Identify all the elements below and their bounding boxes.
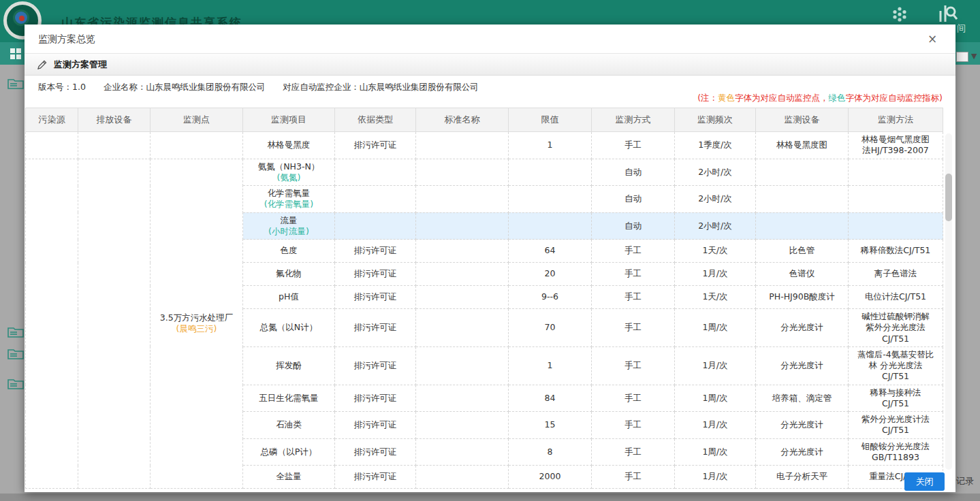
column-header: 监测频次 — [675, 108, 756, 132]
cell-freq: 1季度/次 — [675, 132, 756, 159]
cell-mode: 自动 — [592, 186, 675, 213]
cell-device: 分光光度计 — [756, 438, 849, 466]
cell-basis: 排污许可证 — [335, 346, 416, 385]
cell-device — [756, 159, 849, 186]
dropdown-caret-icon[interactable]: ▼ — [971, 52, 977, 61]
cell-mode: 手工 — [592, 412, 675, 439]
cell-device: 分光光度计 — [756, 309, 849, 347]
cell-limit: 64 — [509, 240, 592, 263]
cell-mode: 自动 — [592, 212, 675, 240]
cell-basis: 排污许可证 — [335, 263, 416, 286]
pen-icon — [37, 59, 48, 70]
close-icon[interactable]: × — [924, 31, 941, 47]
scrollbar-thumb[interactable] — [945, 174, 952, 221]
chart-search-icon[interactable] — [937, 3, 958, 23]
modal-title: 监测方案总览 — [38, 25, 95, 54]
folder-icon[interactable] — [7, 325, 24, 338]
cell-basis: 排污许可证 — [335, 286, 416, 309]
legend-green: 绿色 — [829, 93, 846, 103]
cell-standard — [416, 346, 509, 385]
cell-device: 电子分析天平 — [756, 466, 849, 489]
cell-device: 分光光度计 — [756, 346, 849, 385]
cell-basis: 排污许可证 — [335, 309, 416, 347]
cell-method: 蒸馏后-4氨基安替比 林 分光光度法 CJ/T51 — [849, 346, 943, 385]
cell-limit — [509, 186, 592, 213]
folder-icon[interactable] — [7, 347, 24, 359]
cell-monitor-point: 3.5万方污水处理厂(晨鸣三污) — [151, 159, 243, 489]
cell-emission-device — [78, 159, 151, 489]
cell-mode: 手工 — [592, 309, 675, 347]
section-title: 监测方案管理 — [54, 59, 107, 71]
cell-limit: 1 — [509, 132, 592, 159]
cell-mode: 手工 — [592, 132, 675, 159]
monitoring-plan-modal: 监测方案总览 × 监测方案管理 版本号：1.0 企业名称：山东晨鸣纸业集团股份有… — [25, 25, 955, 492]
cell-standard — [416, 159, 509, 186]
cell-mode: 手工 — [592, 240, 675, 263]
column-header: 监测方式 — [592, 108, 675, 132]
cell-method: 离子色谱法 — [849, 263, 943, 286]
table-row[interactable]: 林格曼黑度排污许可证1手工1季度/次林格曼黑度图林格曼烟气黑度图 法HJ/T39… — [26, 132, 943, 159]
project-auto-label: (化学需氧量) — [246, 199, 332, 210]
table-header: 污染源排放设备监测点监测项目依据类型标准名称限值监测方式监测频次监测设备监测方法 — [26, 108, 943, 132]
cell-standard — [416, 385, 509, 412]
cell-mode: 手工 — [592, 346, 675, 385]
cell-project: pH值 — [243, 286, 335, 309]
cell-limit: 9--6 — [509, 286, 592, 309]
cell-device — [756, 186, 849, 213]
apps-grid-icon[interactable] — [891, 5, 908, 23]
cell-standard — [416, 186, 509, 213]
cell-standard — [416, 466, 509, 489]
column-header: 监测点 — [151, 108, 243, 132]
cell-method: 稀释倍数法CJ/T51 — [849, 240, 943, 263]
cell-method: 碱性过硫酸钾消解 紫外分光光度法 CJ/T51 — [849, 309, 943, 347]
cell-device — [756, 212, 849, 240]
cell-standard — [416, 240, 509, 263]
cell-method: 电位计法CJ/T51 — [849, 286, 943, 309]
cell-monitor-point — [151, 132, 243, 159]
cell-method: 紫外分光光度计法 CJ/T51 — [849, 412, 943, 439]
cell-project: 氨氮（NH3-N）(氨氮) — [243, 159, 335, 186]
screen: 山东省污染源监测信息共享系统 间 ▼ — [0, 0, 980, 501]
legend-yellow: 黄色 — [718, 93, 735, 103]
cell-freq: 1周/次 — [675, 309, 756, 347]
cell-basis — [335, 159, 416, 186]
meta-bar: 版本号：1.0 企业名称：山东晨鸣纸业集团股份有限公司 对应自动监控企业：山东晨… — [25, 76, 955, 108]
background-select[interactable] — [956, 52, 968, 62]
cell-pollution-source — [26, 132, 78, 159]
cell-limit: 15 — [509, 412, 592, 439]
cell-basis: 排污许可证 — [335, 385, 416, 412]
cell-project: 挥发酚 — [243, 346, 335, 385]
cell-device: 比色管 — [756, 240, 849, 263]
close-button[interactable]: 关闭 — [904, 472, 945, 491]
modal-titlebar: 监测方案总览 × — [25, 25, 955, 54]
cell-basis: 排污许可证 — [335, 466, 416, 489]
cell-basis — [335, 212, 416, 240]
cell-device: 分光光度计 — [756, 412, 849, 439]
cell-standard — [416, 309, 509, 347]
cell-limit: 8 — [509, 438, 592, 466]
table-container: 污染源排放设备监测点监测项目依据类型标准名称限值监测方式监测频次监测设备监测方法… — [25, 108, 943, 489]
bottom-bar — [0, 494, 980, 501]
folder-icon[interactable] — [7, 377, 24, 389]
cell-project: 色度 — [243, 240, 335, 263]
cell-project: 石油类 — [243, 412, 335, 439]
project-auto-label: (氨氮) — [246, 172, 332, 183]
version-label: 版本号：1.0 — [38, 82, 86, 92]
cell-basis — [335, 186, 416, 213]
column-header: 标准名称 — [416, 108, 509, 132]
cell-standard — [416, 212, 509, 240]
cell-mode: 手工 — [592, 286, 675, 309]
folder-icon[interactable] — [7, 77, 24, 89]
table-scrollbar[interactable] — [945, 133, 952, 470]
cell-freq: 2小时/次 — [675, 212, 756, 240]
monitor-point-auto-label: (晨鸣三污) — [153, 323, 240, 334]
cell-method: 稀释与接种法 CJ/T51 — [849, 385, 943, 412]
color-legend-note: (注：黄色字体为对应自动监控点，绿色字体为对应自动监控指标) — [697, 93, 943, 104]
cell-limit: 1 — [509, 346, 592, 385]
cell-emission-device — [78, 132, 151, 159]
cell-project: 五日生化需氧量 — [243, 385, 335, 412]
menu-grid-icon[interactable] — [10, 48, 22, 60]
cell-standard — [416, 263, 509, 286]
table-row[interactable]: 3.5万方污水处理厂(晨鸣三污)氨氮（NH3-N）(氨氮)自动2小时/次 — [26, 159, 943, 186]
column-header: 排放设备 — [78, 108, 151, 132]
